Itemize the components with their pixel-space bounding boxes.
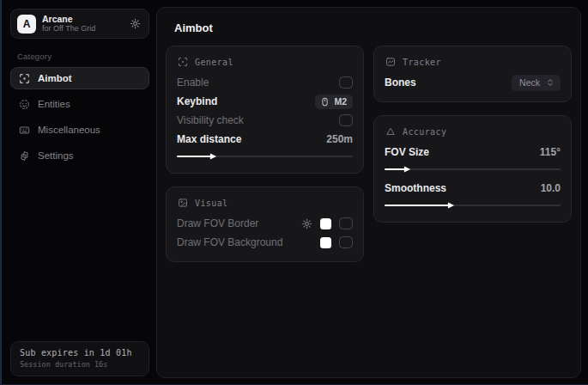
draw-fov-background-label: Draw FOV Background xyxy=(177,236,282,248)
slider-thumb-icon[interactable] xyxy=(209,153,217,161)
smoothness-value: 10.0 xyxy=(541,182,561,194)
visibility-check-label: Visibility check xyxy=(177,114,244,126)
max-distance-value: 250m xyxy=(326,133,353,145)
bones-select[interactable]: Neck xyxy=(512,75,561,91)
gear-icon xyxy=(19,150,30,162)
page-title: Aimbot xyxy=(174,21,572,34)
fov-background-color-swatch[interactable] xyxy=(320,237,331,248)
sidebar-item-label: Aimbot xyxy=(38,73,72,83)
fov-size-label: FOV Size xyxy=(385,146,429,158)
sidebar-item-miscellaneous[interactable]: Miscellaneous xyxy=(10,119,149,141)
smoothness-row: Smoothness 10.0 xyxy=(385,179,561,198)
sidebar-item-label: Entities xyxy=(38,99,70,109)
app-name: Arcane xyxy=(42,14,95,24)
tracker-card: Tracker Bones Neck xyxy=(373,46,572,102)
sidebar-item-label: Miscellaneous xyxy=(38,125,100,135)
keyboard-grid-icon xyxy=(19,125,30,136)
enable-row: Enable xyxy=(177,73,353,92)
card-title: Tracker xyxy=(403,58,441,67)
sidebar-item-settings[interactable]: Settings xyxy=(10,144,149,167)
slider-thumb-icon[interactable] xyxy=(447,202,455,210)
draw-fov-border-label: Draw FOV Border xyxy=(177,217,258,229)
subscription-info-card: Sub expires in 1d 01h Session duration 1… xyxy=(10,341,149,376)
delta-triangle-icon xyxy=(385,126,396,137)
bones-row: Bones Neck xyxy=(385,73,561,92)
fov-size-value: 115° xyxy=(540,146,561,158)
keybind-label: Keybind xyxy=(177,95,217,107)
card-title: Accuracy xyxy=(403,127,446,137)
general-card: General Enable Keybind xyxy=(166,46,364,174)
mouse-icon xyxy=(320,97,330,107)
image-icon xyxy=(178,198,188,208)
max-distance-slider[interactable] xyxy=(177,152,353,161)
tracker-icon xyxy=(385,57,396,67)
entities-icon xyxy=(19,99,30,110)
chevrons-up-down-icon xyxy=(546,78,555,87)
sidebar-item-entities[interactable]: Entities xyxy=(10,93,149,115)
sub-expires-text: Sub expires in 1d 01h xyxy=(20,348,140,358)
fov-border-settings-gear-icon[interactable] xyxy=(301,218,312,229)
accuracy-card: Accuracy FOV Size 115° xyxy=(373,115,572,223)
draw-fov-background-checkbox[interactable] xyxy=(339,236,353,248)
smoothness-label: Smoothness xyxy=(385,182,446,194)
crosshair-icon xyxy=(178,57,188,67)
keybind-value: M2 xyxy=(334,96,347,107)
app-window: A Arcane for Off The Grid Category xyxy=(0,0,588,385)
app-logo-card: A Arcane for Off The Grid xyxy=(10,9,149,39)
visual-card: Visual Draw FOV Border xyxy=(166,186,364,262)
sidebar-nav: Aimbot Entities xyxy=(10,67,149,167)
enable-label: Enable xyxy=(177,76,209,89)
keybind-button[interactable]: M2 xyxy=(315,95,353,109)
fov-size-slider[interactable] xyxy=(385,165,561,174)
bones-selected-value: Neck xyxy=(519,77,540,88)
smoothness-slider[interactable] xyxy=(385,201,561,210)
app-subtitle: for Off The Grid xyxy=(42,24,95,33)
keybind-row: Keybind M2 xyxy=(177,92,353,111)
app-logo: A xyxy=(17,15,36,34)
sidebar-item-label: Settings xyxy=(38,150,74,161)
main-panel: Aimbot General xyxy=(156,7,581,378)
max-distance-row: Max distance 250m xyxy=(177,130,353,149)
draw-fov-border-row: Draw FOV Border xyxy=(177,214,353,233)
visibility-check-row: Visibility check xyxy=(177,111,353,130)
sidebar: A Arcane for Off The Grid Category xyxy=(10,0,149,385)
session-duration-text: Session duration 16s xyxy=(20,360,140,369)
draw-fov-background-row: Draw FOV Background xyxy=(177,233,353,252)
fov-size-row: FOV Size 115° xyxy=(385,143,561,162)
crosshair-icon xyxy=(19,73,30,84)
settings-gear-icon[interactable] xyxy=(130,18,141,29)
max-distance-label: Max distance xyxy=(177,133,241,145)
card-title: Visual xyxy=(195,199,228,208)
visibility-check-checkbox[interactable] xyxy=(339,114,353,126)
slider-thumb-icon[interactable] xyxy=(403,166,411,174)
app-meta: Arcane for Off The Grid xyxy=(42,14,95,33)
fov-border-color-swatch[interactable] xyxy=(320,218,331,229)
bones-label: Bones xyxy=(385,76,416,89)
draw-fov-border-checkbox[interactable] xyxy=(339,217,353,229)
sidebar-item-aimbot[interactable]: Aimbot xyxy=(10,67,149,89)
card-title: General xyxy=(195,58,233,67)
enable-checkbox[interactable] xyxy=(339,76,353,89)
category-label: Category xyxy=(17,52,149,61)
